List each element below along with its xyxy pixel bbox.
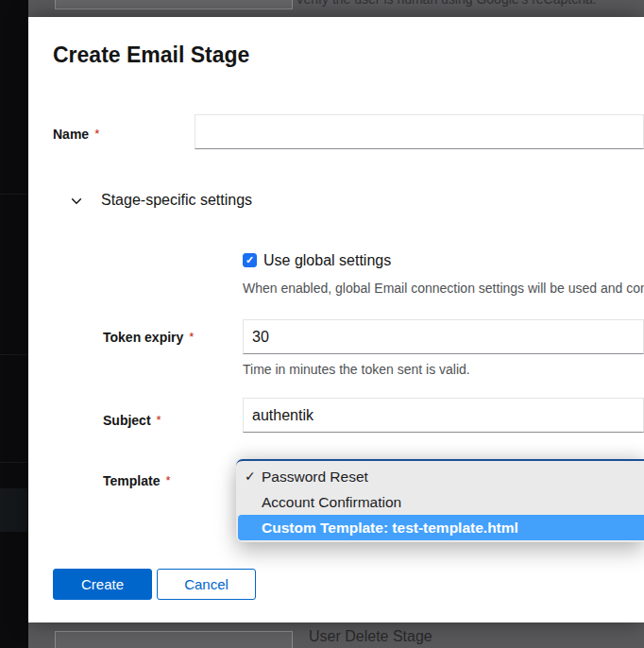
use-global-settings-checkbox[interactable]: ✓ <box>243 253 257 267</box>
app-sidebar <box>0 0 28 648</box>
stage-settings-section-toggle[interactable]: Stage-specific settings <box>28 185 406 213</box>
modal-title: Create Email Stage <box>53 41 249 69</box>
use-global-settings-help: When enabled, global Email connection se… <box>243 280 644 297</box>
subject-input[interactable] <box>243 398 644 433</box>
required-asterisk: * <box>189 330 194 344</box>
required-asterisk: * <box>157 413 161 427</box>
use-global-settings-label[interactable]: Use global settings <box>263 250 391 270</box>
dropdown-option-custom-template[interactable]: Custom Template: test-template.html <box>238 515 644 540</box>
sidebar-divider <box>0 194 28 195</box>
cancel-button[interactable]: Cancel <box>157 569 256 600</box>
token-expiry-help: Time in minutes the token sent is valid. <box>243 361 470 378</box>
selected-check-icon: ✓ <box>245 464 260 489</box>
sidebar-divider <box>0 354 28 355</box>
name-input[interactable] <box>195 114 644 149</box>
stage-settings-section-label: Stage-specific settings <box>101 190 252 210</box>
create-button[interactable]: Create <box>53 569 152 600</box>
sidebar-active-item <box>0 488 28 532</box>
create-email-stage-modal: Create Email Stage Name* Stage-specific … <box>28 17 644 622</box>
dropdown-option-password-reset[interactable]: ✓ Password Reset <box>236 464 644 489</box>
required-asterisk: * <box>94 127 99 141</box>
token-expiry-label: Token expiry* <box>103 330 194 345</box>
dropdown-option-account-confirmation[interactable]: Account Confirmation <box>236 489 644 515</box>
chevron-down-icon <box>70 195 83 208</box>
app-screen: Verify the user is human using Google's … <box>0 0 644 648</box>
check-icon: ✓ <box>246 254 254 265</box>
sidebar-divider <box>0 462 28 463</box>
background-table-input <box>55 0 293 9</box>
name-label: Name* <box>53 127 99 142</box>
template-select-dropdown: ✓ Password Reset Account Confirmation Cu… <box>236 459 644 542</box>
subject-label: Subject* <box>103 413 161 428</box>
template-label: Template* <box>103 473 171 488</box>
background-row-description: Verify the user is human using Google's … <box>296 0 597 9</box>
background-table-input <box>55 631 293 648</box>
background-row-title: User Delete Stage <box>309 627 432 646</box>
token-expiry-input[interactable] <box>243 319 644 354</box>
required-asterisk: * <box>165 473 170 487</box>
